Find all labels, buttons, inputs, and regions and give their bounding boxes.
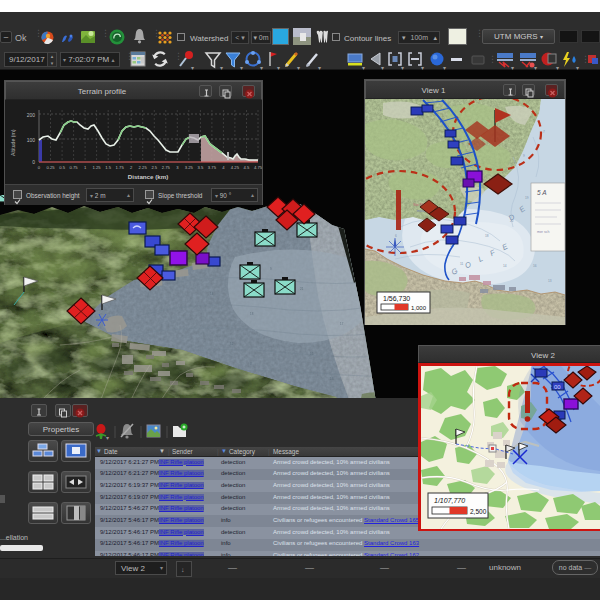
svg-text:9: 9 <box>523 154 525 158</box>
svg-text:1.5: 1.5 <box>105 165 111 170</box>
svg-text:100: 100 <box>27 137 36 143</box>
svg-text:▾: ▾ <box>106 435 109 441</box>
svg-text:2.75: 2.75 <box>162 165 171 170</box>
svg-text:⋮: ⋮ <box>488 54 497 64</box>
svg-text:6: 6 <box>395 234 397 238</box>
svg-text:00: 00 <box>554 384 561 390</box>
svg-text:2.5: 2.5 <box>151 165 157 170</box>
svg-text:mer sch: mer sch <box>537 230 550 234</box>
svg-text:5 A: 5 A <box>537 189 547 196</box>
svg-text:0.5: 0.5 <box>59 165 65 170</box>
svg-text:17: 17 <box>340 322 344 326</box>
svg-text:16: 16 <box>533 264 537 268</box>
svg-text:1.25: 1.25 <box>93 165 102 170</box>
svg-text:2,500: 2,500 <box>470 508 487 515</box>
svg-text:1/56,730: 1/56,730 <box>383 295 410 302</box>
svg-text:0.75: 0.75 <box>70 165 79 170</box>
svg-text:14: 14 <box>210 292 214 296</box>
svg-text:18: 18 <box>250 312 254 316</box>
svg-text:13: 13 <box>548 279 552 283</box>
svg-text:200: 200 <box>27 112 36 118</box>
svg-text:21: 21 <box>300 287 304 291</box>
svg-text:2.25: 2.25 <box>139 165 148 170</box>
svg-text:Distance (km): Distance (km) <box>128 173 169 180</box>
svg-text:4.5: 4.5 <box>244 165 250 170</box>
svg-text:19: 19 <box>525 196 529 200</box>
svg-text:13: 13 <box>330 377 334 381</box>
svg-text:4.25: 4.25 <box>231 165 240 170</box>
svg-text:1.75: 1.75 <box>116 165 125 170</box>
svg-text:0.25: 0.25 <box>46 165 55 170</box>
svg-text:12: 12 <box>230 342 234 346</box>
svg-text:14: 14 <box>503 264 507 268</box>
svg-text:3.75: 3.75 <box>208 165 217 170</box>
svg-text:7: 7 <box>543 130 545 134</box>
svg-text:1/107,770: 1/107,770 <box>434 497 465 504</box>
svg-text:15: 15 <box>310 352 314 356</box>
svg-text:11: 11 <box>360 262 363 266</box>
svg-text:3.25: 3.25 <box>185 165 194 170</box>
svg-text:1,000: 1,000 <box>411 305 427 311</box>
svg-text:Altitude (m): Altitude (m) <box>10 129 16 156</box>
svg-text:3.5: 3.5 <box>197 165 203 170</box>
svg-text:4.75: 4.75 <box>254 165 262 170</box>
svg-text:18: 18 <box>485 234 489 238</box>
svg-text:0: 0 <box>32 159 35 165</box>
